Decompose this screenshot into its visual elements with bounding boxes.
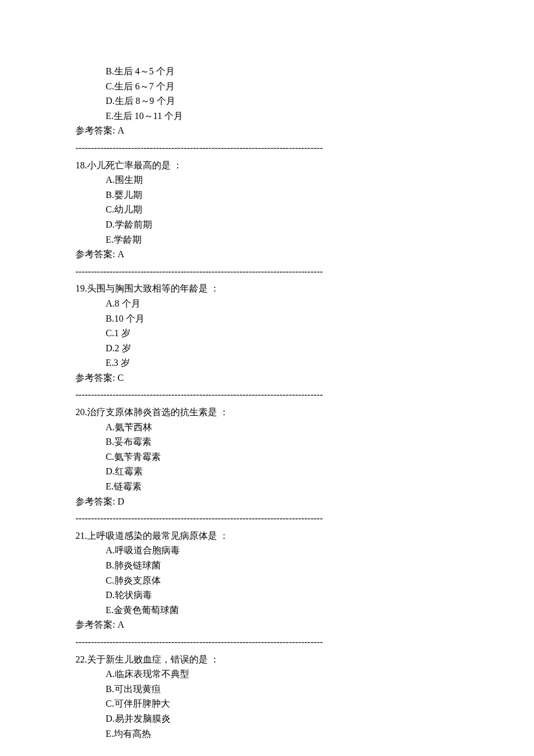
option: E.金黄色葡萄球菌 bbox=[106, 603, 459, 618]
option: B.婴儿期 bbox=[106, 188, 459, 203]
question-20: 20.治疗支原体肺炎首选的抗生素是 ： bbox=[75, 405, 459, 420]
answer-line: 参考答案: A bbox=[75, 247, 459, 262]
option: B.10 个月 bbox=[106, 311, 459, 326]
option: E.3 岁 bbox=[106, 355, 459, 370]
answer-value: A bbox=[117, 620, 124, 629]
answer-line: 参考答案: D bbox=[75, 494, 459, 509]
option: D.轮状病毒 bbox=[106, 588, 459, 603]
answer-label: 参考答案: bbox=[75, 249, 117, 259]
option: E.生后 10～11 个月 bbox=[106, 109, 459, 124]
option: D.生后 8～9 个月 bbox=[106, 93, 459, 109]
option: A.8 个月 bbox=[106, 296, 459, 311]
answer-value: A bbox=[117, 249, 124, 259]
answer-label: 参考答案: bbox=[75, 496, 117, 506]
option: B.生后 4～5 个月 bbox=[106, 64, 459, 79]
option: A.围生期 bbox=[106, 172, 459, 188]
divider: ----------------------------------------… bbox=[75, 141, 459, 156]
question-22: 22.关于新生儿败血症，错误的是 ： bbox=[75, 652, 459, 667]
divider: ----------------------------------------… bbox=[75, 264, 459, 279]
option: A.临床表现常不典型 bbox=[106, 667, 459, 682]
option: C.幼儿期 bbox=[106, 202, 459, 217]
option: D.红霉素 bbox=[106, 464, 459, 479]
page: B.生后 4～5 个月 C.生后 6～7 个月 D.生后 8～9 个月 E.生后… bbox=[0, 0, 534, 756]
question-19: 19.头围与胸围大致相等的年龄是 ： bbox=[75, 281, 459, 296]
answer-value: A bbox=[117, 125, 124, 135]
answer-value: C bbox=[117, 373, 124, 383]
option: E.链霉素 bbox=[106, 479, 459, 494]
answer-line: 参考答案: A bbox=[75, 123, 459, 138]
option: C.肺炎支原体 bbox=[106, 573, 459, 588]
option: B.可出现黄疸 bbox=[106, 682, 459, 697]
divider: ----------------------------------------… bbox=[75, 387, 459, 402]
option: D.2 岁 bbox=[106, 341, 459, 356]
answer-label: 参考答案: bbox=[75, 373, 117, 383]
option: A.氨苄西林 bbox=[106, 420, 459, 435]
option: C.生后 6～7 个月 bbox=[106, 79, 459, 94]
option: B.肺炎链球菌 bbox=[106, 558, 459, 573]
option: C.氨苄青霉素 bbox=[106, 449, 459, 465]
answer-label: 参考答案: bbox=[75, 125, 117, 135]
option: C.可伴肝脾肿大 bbox=[106, 696, 459, 711]
question-18: 18.小儿死亡率最高的是 ： bbox=[75, 158, 459, 173]
question-21: 21.上呼吸道感染的最常见病原体是 ： bbox=[75, 528, 459, 543]
option: E.均有高热 bbox=[106, 726, 459, 741]
option: D.学龄前期 bbox=[106, 217, 459, 232]
option: A.呼吸道合胞病毒 bbox=[106, 543, 459, 558]
option: C.1 岁 bbox=[106, 326, 459, 341]
answer-line: 参考答案: A bbox=[75, 617, 459, 632]
answer-line: 参考答案: C bbox=[75, 370, 459, 386]
option: B.妥布霉素 bbox=[106, 434, 459, 449]
answer-value: D bbox=[117, 496, 124, 506]
divider: ----------------------------------------… bbox=[75, 511, 459, 526]
option: D.易并发脑膜炎 bbox=[106, 711, 459, 726]
answer-label: 参考答案: bbox=[75, 620, 117, 629]
option: E.学龄期 bbox=[106, 232, 459, 247]
divider: ----------------------------------------… bbox=[75, 635, 459, 650]
